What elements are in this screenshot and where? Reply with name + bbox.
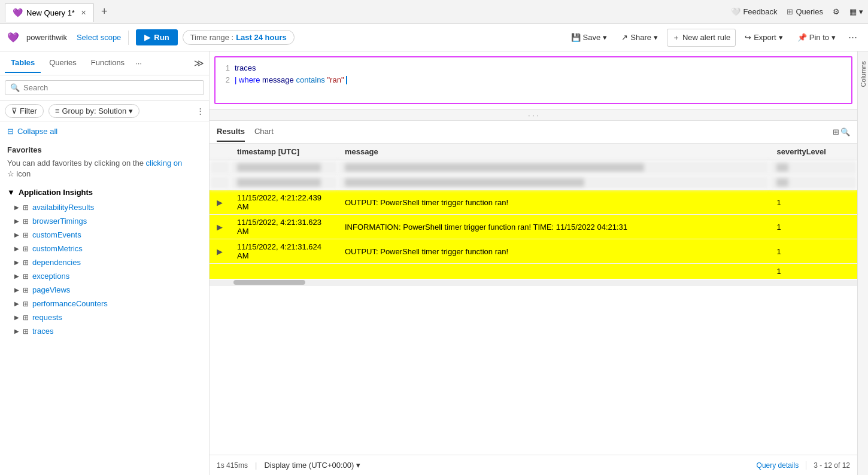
more-filter-button[interactable]: ⋮ xyxy=(196,106,204,115)
layout-chevron: ▾ xyxy=(859,7,863,16)
row-timestamp: 11/15/2022, 4:21:31.624 AM xyxy=(230,239,338,264)
tree-item-label: pageViews xyxy=(32,285,70,294)
status-bar: 1s 415ms | Display time (UTC+00:00) ▾ Qu… xyxy=(210,455,857,475)
display-time-button[interactable]: Display time (UTC+00:00) ▾ xyxy=(264,461,360,470)
sidebar-tab-tables[interactable]: Tables xyxy=(5,53,41,73)
time-range-button[interactable]: Time range : Last 24 hours xyxy=(183,30,295,45)
settings-button[interactable]: ⚙ xyxy=(833,7,840,16)
tree-item-custom-events[interactable]: ▶ ⊞ customEvents xyxy=(0,228,209,242)
tree-item-custom-metrics[interactable]: ▶ ⊞ customMetrics xyxy=(0,242,209,255)
string-val: "ran" xyxy=(327,75,344,84)
row-expand-icon[interactable]: ▶ xyxy=(210,190,230,215)
table-icon: ⊞ xyxy=(23,231,29,239)
sidebar-search: 🔍 xyxy=(0,75,209,101)
display-time-chevron: ▾ xyxy=(356,461,360,470)
favorites-section: Favorites You can add favorites by click… xyxy=(0,141,209,182)
results-search-button[interactable]: 🔍 xyxy=(840,127,850,136)
query-editor[interactable]: 1 traces 2 | where message contains "ran… xyxy=(214,56,852,104)
col-severity-header[interactable]: severityLevel xyxy=(769,144,857,160)
tree-item-browser-timings[interactable]: ▶ ⊞ browserTimings xyxy=(0,214,209,228)
layout-button[interactable]: ▦ ▾ xyxy=(849,7,863,16)
tree-expand-icon: ▶ xyxy=(14,232,19,238)
tree-item-traces[interactable]: ▶ ⊞ traces xyxy=(0,324,209,338)
favorites-hint-star: ☆ xyxy=(7,169,14,178)
feedback-button[interactable]: 🤍 Feedback xyxy=(731,7,777,16)
sidebar-tab-queries[interactable]: Queries xyxy=(43,53,83,73)
row-expand-icon[interactable]: ▶ xyxy=(210,215,230,239)
new-alert-button[interactable]: ＋ New alert rule xyxy=(667,29,736,47)
columns-side-button[interactable]: Columns xyxy=(858,56,868,92)
horizontal-scrollbar[interactable] xyxy=(210,280,857,286)
feedback-label: Feedback xyxy=(743,7,777,16)
editor-area: 1 traces 2 | where message contains "ran… xyxy=(210,51,857,475)
run-icon: ▶ xyxy=(144,33,150,42)
sidebar-tab-more[interactable]: ··· xyxy=(135,59,142,68)
share-button[interactable]: ↗ Share ▾ xyxy=(616,29,663,45)
tab-new-query[interactable]: 💜 New Query 1* ✕ xyxy=(5,3,94,22)
sidebar-content: ⊟ Collapse all Favorites You can add fav… xyxy=(0,122,209,475)
select-scope-button[interactable]: Select scope xyxy=(77,33,121,42)
scrollbar-h-thumb[interactable] xyxy=(233,280,305,285)
row-expand-icon[interactable] xyxy=(210,264,230,279)
tab-close-btn[interactable]: ✕ xyxy=(81,9,86,17)
favorites-hint-suffix: icon xyxy=(16,169,31,178)
workspace-icon: 💜 xyxy=(7,32,19,43)
search-input[interactable] xyxy=(23,83,199,92)
table-icon: ⊞ xyxy=(23,272,29,281)
results-tab-chart[interactable]: Chart xyxy=(254,122,274,142)
tree-expand-icon: ▶ xyxy=(14,314,19,321)
heart-icon: 🤍 xyxy=(731,7,740,16)
save-button[interactable]: 💾 Save ▾ xyxy=(566,29,613,45)
row-message xyxy=(338,175,769,190)
tree-item-page-views[interactable]: ▶ ⊞ pageViews xyxy=(0,283,209,297)
col-message-header[interactable]: message xyxy=(338,144,769,160)
row-severity: 1 xyxy=(769,190,857,215)
sidebar-tab-functions[interactable]: Functions xyxy=(85,53,130,73)
table-row xyxy=(210,160,857,175)
row-expand-icon[interactable]: ▶ xyxy=(210,239,230,264)
row-expand-icon[interactable] xyxy=(210,175,230,190)
group-icon: ≡ xyxy=(55,106,60,115)
tree-item-dependencies[interactable]: ▶ ⊞ dependencies xyxy=(0,255,209,269)
group-chevron: ▾ xyxy=(129,106,133,115)
favorites-click-link[interactable]: clicking on xyxy=(146,159,183,168)
favorites-title: Favorites xyxy=(7,145,202,154)
results-tab-results[interactable]: Results xyxy=(217,122,245,142)
resize-handle[interactable]: · · · xyxy=(210,109,857,121)
editor-code-traces: traces xyxy=(235,62,256,74)
tab-add-button[interactable]: + xyxy=(96,5,113,18)
filter-button[interactable]: ⊽ Filter xyxy=(5,104,44,118)
tree-expand-icon: ▶ xyxy=(14,245,19,252)
table-icon: ⊞ xyxy=(23,286,29,294)
col-timestamp-header[interactable]: timestamp [UTC] xyxy=(230,144,338,160)
tree-item-requests[interactable]: ▶ ⊞ requests xyxy=(0,310,209,324)
collapse-all-button[interactable]: ⊟ Collapse all xyxy=(0,122,65,141)
export-button[interactable]: ↪ Export ▾ xyxy=(739,29,788,45)
row-message: OUTPUT: PowerShell timer trigger functio… xyxy=(338,239,769,264)
sidebar-collapse-button[interactable]: ≫ xyxy=(194,57,204,69)
more-options-button[interactable]: ··· xyxy=(845,31,861,44)
app-insights-section: ▼ Application Insights ▶ ⊞ availabilityR… xyxy=(0,182,209,340)
col-expand-header xyxy=(210,144,230,160)
save-label: Save xyxy=(583,33,601,42)
layout-icon: ▦ xyxy=(849,7,857,16)
tree-expand-icon: ▶ xyxy=(14,287,19,293)
display-time-label: Display time (UTC+00:00) xyxy=(264,461,354,470)
tree-item-exceptions[interactable]: ▶ ⊞ exceptions xyxy=(0,269,209,283)
run-button[interactable]: ▶ Run xyxy=(136,29,177,45)
app-insights-header[interactable]: ▼ Application Insights xyxy=(0,184,209,200)
tree-item-availability-results[interactable]: ▶ ⊞ availabilityResults xyxy=(0,200,209,214)
query-details-link[interactable]: Query details xyxy=(757,461,799,470)
pin-to-button[interactable]: 📌 Pin to ▾ xyxy=(792,29,841,45)
export-icon: ↪ xyxy=(745,33,751,42)
columns-toggle-button[interactable]: ⊞ xyxy=(833,127,839,136)
tree-item-performance-counters[interactable]: ▶ ⊞ performanceCounters xyxy=(0,297,209,310)
queries-button[interactable]: ⊞ Queries xyxy=(787,7,823,16)
tree-item-label: customEvents xyxy=(32,230,81,239)
group-by-button[interactable]: ≡ Group by: Solution ▾ xyxy=(48,104,139,118)
run-label: Run xyxy=(154,33,169,42)
row-expand-icon[interactable] xyxy=(210,160,230,175)
sidebar-tabs: Tables Queries Functions ··· ≫ xyxy=(0,51,209,75)
row-message xyxy=(338,264,769,279)
share-icon: ↗ xyxy=(621,33,628,42)
